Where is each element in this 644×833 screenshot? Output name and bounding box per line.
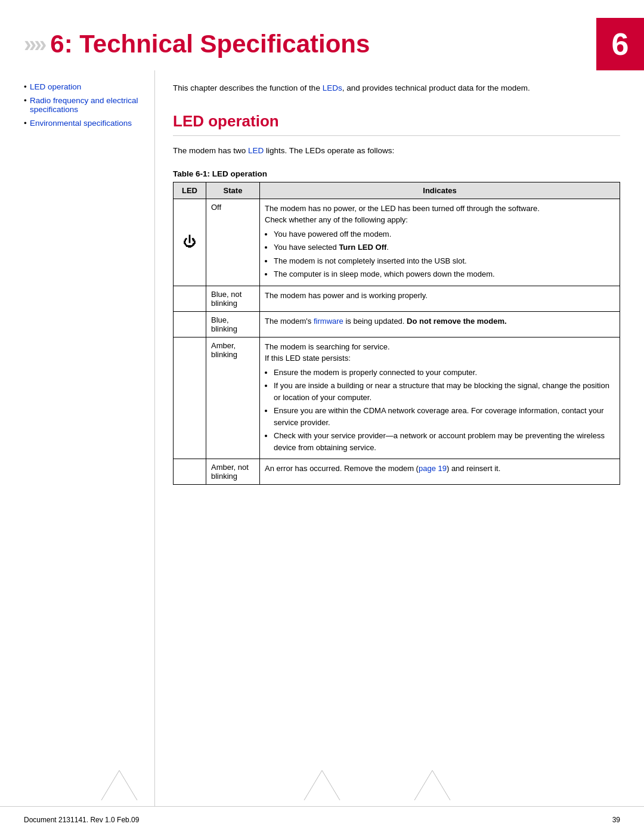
main-content: LED operation Radio frequency and electr… [0,70,644,806]
table-header-row: LED State Indicates [174,182,620,199]
indicates-cell-amber-not: An error has occurred. Remove the modem … [260,459,620,485]
table-row: Blue, not blinking The modem has power a… [174,286,620,311]
list-item: The modem is not completely inserted int… [274,255,615,267]
table-caption: Table 6-1: LED operation [173,169,620,178]
chapter-header: »» 6: Technical Specifications 6 [0,0,644,70]
state-cell-blue-blink: Blue, blinking [206,311,260,337]
list-item: You have selected Turn LED Off. [274,241,615,253]
list-item: Ensure you are within the CDMA network c… [274,405,615,428]
state-cell-amber-blink: Amber, blinking [206,337,260,459]
list-item: Check with your service provider—a netwo… [274,430,615,453]
indicates-cell-blue-not: The modem has power and is working prope… [260,286,620,311]
sidebar-link-env[interactable]: Environmental specifications [30,119,132,128]
footer-left: Document 2131141. Rev 1.0 Feb.09 [24,816,139,824]
sidebar: LED operation Radio frequency and electr… [24,70,155,806]
table-row: Amber, not blinking An error has occurre… [174,459,620,485]
chapter-title: 6: Technical Specifications [50,18,596,70]
list-item: You have powered off the modem. [274,228,615,240]
sidebar-item-rf[interactable]: Radio frequency and electrical specifica… [24,96,143,114]
sidebar-link-led[interactable]: LED operation [30,82,81,91]
sidebar-item-env[interactable]: Environmental specifications [24,119,143,128]
content-area: This chapter describes the function of t… [155,70,620,806]
section-title-led: LED operation [173,112,620,136]
chapter-arrow: »» [0,18,44,70]
col-header-led: LED [174,182,206,199]
led-cell-amber-blink [174,337,206,459]
section-intro-before: The modem has two [173,146,248,155]
led-table: LED State Indicates ⏻ Off The modem has … [173,182,620,485]
intro-text-after: , and provides technical product data fo… [342,83,530,92]
state-cell-amber-not: Amber, not blinking [206,459,260,485]
section-intro-after: lights. The LEDs operate as follows: [264,146,394,155]
led-cell-blue-not [174,286,206,311]
led-cell-power: ⏻ [174,199,206,286]
list-item: If you are inside a building or near a s… [274,380,615,403]
bullets-amber: Ensure the modem is properly connected t… [265,367,615,454]
chapter-intro: This chapter describes the function of t… [173,82,620,94]
page-footer: Document 2131141. Rev 1.0 Feb.09 39 [0,806,644,833]
firmware-link[interactable]: firmware [314,317,343,326]
section-intro: The modem has two LED lights. The LEDs o… [173,145,620,157]
page: »» 6: Technical Specifications 6 LED ope… [0,0,644,833]
intro-led-link[interactable]: LEDs [323,83,342,92]
indicates-cell-off: The modem has no power, or the LED has b… [260,199,620,286]
table-row: Amber, blinking The modem is searching f… [174,337,620,459]
chapter-title-block: 6: Technical Specifications [50,18,596,70]
bullets-off: You have powered off the modem. You have… [265,228,615,280]
state-cell-off: Off [206,199,260,286]
list-item: The computer is in sleep mode, which pow… [274,268,615,280]
list-item: Ensure the modem is properly connected t… [274,367,615,379]
sidebar-item-led[interactable]: LED operation [24,82,143,91]
footer-right: 39 [612,816,620,824]
indicates-cell-blue-blink: The modem's firmware is being updated. D… [260,311,620,337]
table-row: Blue, blinking The modem's firmware is b… [174,311,620,337]
led-cell-amber-not [174,459,206,485]
indicates-cell-amber-blink: The modem is searching for service. If t… [260,337,620,459]
arrow-icon: »» [24,32,44,57]
sidebar-list: LED operation Radio frequency and electr… [24,82,143,128]
col-header-indicates: Indicates [260,182,620,199]
chapter-number-box: 6 [596,18,644,70]
led-cell-blue-blink [174,311,206,337]
intro-text-before: This chapter describes the function of t… [173,83,323,92]
power-icon: ⏻ [183,234,196,250]
state-cell-blue-not: Blue, not blinking [206,286,260,311]
table-row: ⏻ Off The modem has no power, or the LED… [174,199,620,286]
col-header-state: State [206,182,260,199]
sidebar-link-rf[interactable]: Radio frequency and electrical specifica… [30,96,138,114]
page-link[interactable]: page 19 [419,464,447,473]
section-led-link[interactable]: LED [248,146,264,155]
